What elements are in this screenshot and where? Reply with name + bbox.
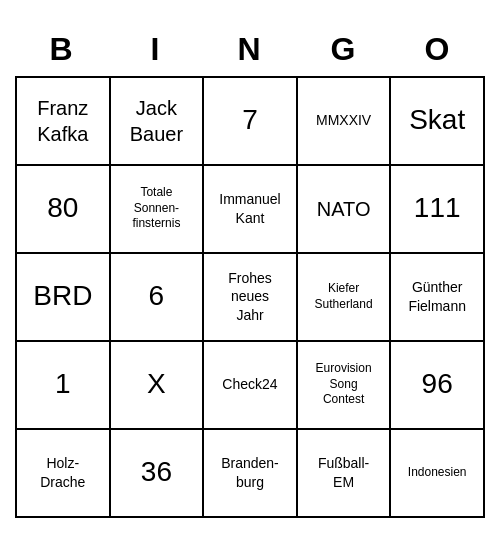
bingo-cell-21: 36 [111,430,205,518]
bingo-cell-2: 7 [204,78,298,166]
bingo-cell-3: MMXXIV [298,78,392,166]
bingo-cell-17: Check24 [204,342,298,430]
bingo-cell-0: Franz Kafka [17,78,111,166]
bingo-cell-15: 1 [17,342,111,430]
header-i: I [109,27,203,72]
bingo-cell-9: 111 [391,166,485,254]
header-o: O [391,27,485,72]
bingo-cell-7: Immanuel Kant [204,166,298,254]
bingo-cell-16: X [111,342,205,430]
bingo-cell-1: Jack Bauer [111,78,205,166]
bingo-cell-5: 80 [17,166,111,254]
header-g: G [297,27,391,72]
bingo-cell-18: Eurovision Song Contest [298,342,392,430]
bingo-cell-11: 6 [111,254,205,342]
bingo-card: B I N G O Franz KafkaJack Bauer7MMXXIVSk… [15,27,485,518]
bingo-cell-22: Branden- burg [204,430,298,518]
bingo-grid: Franz KafkaJack Bauer7MMXXIVSkat80Totale… [15,76,485,518]
header-n: N [203,27,297,72]
bingo-cell-4: Skat [391,78,485,166]
bingo-cell-6: Totale Sonnen- finsternis [111,166,205,254]
bingo-cell-20: Holz- Drache [17,430,111,518]
bingo-cell-23: Fußball- EM [298,430,392,518]
header-b: B [15,27,109,72]
bingo-header: B I N G O [15,27,485,72]
bingo-cell-14: Günther Fielmann [391,254,485,342]
bingo-cell-10: BRD [17,254,111,342]
bingo-cell-13: Kiefer Sutherland [298,254,392,342]
bingo-cell-19: 96 [391,342,485,430]
bingo-cell-12: Frohes neues Jahr [204,254,298,342]
bingo-cell-24: Indonesien [391,430,485,518]
bingo-cell-8: NATO [298,166,392,254]
